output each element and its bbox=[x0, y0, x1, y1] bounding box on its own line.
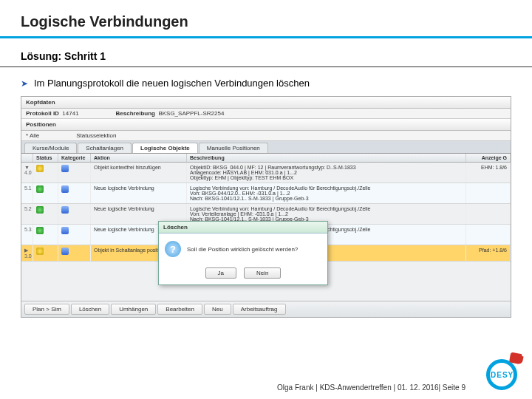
row-status bbox=[33, 225, 58, 245]
row-anz bbox=[466, 204, 511, 224]
row-kat bbox=[58, 204, 91, 224]
row-anz bbox=[466, 183, 511, 203]
tab-schaltanlagen[interactable]: Schaltanlagen bbox=[78, 143, 132, 153]
col-idx bbox=[21, 154, 33, 162]
confirm-dialog: Löschen ? Soll die Position wirklich gel… bbox=[158, 221, 328, 285]
table-row[interactable]: ▼ 4.0 Objekt kontextfrei hinzufügen Obje… bbox=[21, 163, 511, 183]
proto-value: 14741 bbox=[62, 110, 78, 117]
table-row[interactable]: 5.1 Neue logische Verbindung Logische Ve… bbox=[21, 183, 511, 204]
col-aktion: Aktion bbox=[91, 154, 187, 162]
shield-icon bbox=[36, 248, 44, 255]
slide-title: Logische Verbindungen bbox=[0, 0, 532, 36]
desy-logo: DESY bbox=[482, 355, 522, 395]
row-status bbox=[33, 163, 58, 183]
row-idx: 5.1 bbox=[21, 183, 33, 203]
row-anz bbox=[466, 225, 511, 245]
restriction-value: * Alle bbox=[26, 132, 39, 139]
row-aktion: Objekt kontextfrei hinzufügen bbox=[91, 163, 187, 183]
col-kategorie: Kategorie bbox=[58, 154, 91, 162]
subtitle: Lösung: Schritt 1 bbox=[0, 38, 532, 62]
desc-label: Beschreibung bbox=[116, 110, 155, 117]
row-desc: Logische Verbindung von: Hamburg / Decod… bbox=[187, 183, 466, 203]
header-row: Protokoll ID 14741 Beschreibung BKSG_SAP… bbox=[21, 109, 511, 119]
bullet-arrow-icon: ➤ bbox=[21, 78, 28, 89]
desc-value: BKSG_SAPPFL-SR2254 bbox=[158, 110, 224, 117]
row-anz: EHM: 1.8/6 bbox=[466, 163, 511, 183]
status-filter-label: Statusselektion bbox=[76, 132, 116, 139]
bullet-line: ➤ Im Planungsprotokoll die neuen logisch… bbox=[0, 67, 532, 96]
shield-icon bbox=[36, 185, 44, 193]
btn-umhaengen[interactable]: Umhängen bbox=[111, 304, 156, 315]
category-icon bbox=[61, 165, 69, 172]
row-idx: ▼ 4.0 bbox=[21, 163, 33, 183]
dialog-no-button[interactable]: Nein bbox=[244, 267, 281, 279]
grid-header: Status Kategorie Aktion Beschreibung Anz… bbox=[21, 154, 511, 163]
category-icon bbox=[61, 248, 69, 255]
category-icon bbox=[61, 227, 69, 234]
col-anzeige: Anzeige G bbox=[466, 154, 511, 162]
col-status: Status bbox=[33, 154, 58, 162]
dialog-title: Löschen bbox=[159, 222, 327, 233]
btn-loeschen[interactable]: Löschen bbox=[71, 304, 109, 315]
row-aktion: Neue logische Verbindung bbox=[91, 183, 187, 203]
proto-label: Protokoll ID bbox=[26, 110, 59, 117]
dialog-yes-button[interactable]: Ja bbox=[205, 267, 236, 279]
row-idx: 5.3 bbox=[21, 225, 33, 245]
category-icon bbox=[61, 185, 69, 193]
shield-icon bbox=[36, 227, 44, 234]
row-status bbox=[33, 204, 58, 224]
bullet-text: Im Planungsprotokoll die neuen logischen… bbox=[34, 78, 310, 89]
btn-bearbeiten[interactable]: Bearbeiten bbox=[157, 304, 202, 315]
row-idx: 5.2 bbox=[21, 204, 33, 224]
row-desc: ObjektID: BKSG_044.0 | MF: 12 | Raumvera… bbox=[187, 163, 466, 183]
btn-plan-sim[interactable]: Plan > Sim bbox=[24, 304, 69, 315]
app-screenshot: Kopfdaten Protokoll ID 14741 Beschreibun… bbox=[21, 96, 511, 318]
question-icon: ? bbox=[165, 241, 181, 257]
category-icon bbox=[61, 206, 69, 214]
btn-arbeitsauftrag[interactable]: Arbeitsauftrag bbox=[233, 304, 286, 315]
santa-hat-icon bbox=[509, 352, 524, 365]
shield-icon bbox=[36, 165, 44, 172]
tab-kurse[interactable]: Kurse/Module bbox=[24, 143, 77, 153]
row-kat bbox=[58, 245, 91, 261]
row-idx: ▶ 3.0 bbox=[21, 245, 33, 261]
shield-icon bbox=[36, 206, 44, 214]
btn-neu[interactable]: Neu bbox=[204, 304, 231, 315]
header-band: Kopfdaten bbox=[21, 97, 511, 109]
dialog-message: Soll die Position wirklich gelöscht werd… bbox=[187, 246, 298, 253]
positions-band: Positionen bbox=[21, 119, 511, 131]
row-kat bbox=[58, 163, 91, 183]
tab-row: Kurse/Module Schaltanlagen Logische Obje… bbox=[21, 141, 511, 154]
row-status bbox=[33, 183, 58, 203]
tab-logische-objekte[interactable]: Logische Objekte bbox=[132, 143, 198, 153]
row-kat bbox=[58, 183, 91, 203]
row-anz: Pfad: +1.8/6 bbox=[466, 245, 511, 261]
positions-filter-row: * Alle Statusselektion bbox=[21, 131, 511, 141]
logo-text: DESY bbox=[491, 371, 514, 379]
col-beschreibung: Beschreibung bbox=[187, 154, 466, 162]
tab-manuelle-positionen[interactable]: Manuelle Positionen bbox=[199, 143, 268, 153]
row-kat bbox=[58, 225, 91, 245]
row-status bbox=[33, 245, 58, 261]
bottom-toolbar: Plan > Sim Löschen Umhängen Bearbeiten N… bbox=[21, 301, 511, 317]
slide-footer: Olga Frank | KDS-Anwendertreffen | 01. 1… bbox=[277, 383, 466, 392]
